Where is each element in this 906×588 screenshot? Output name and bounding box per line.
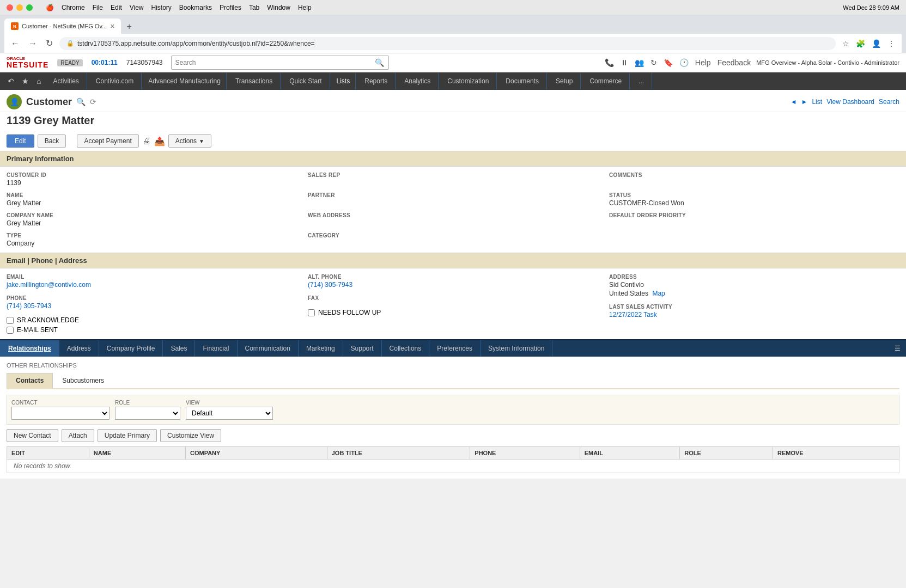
clock-icon-btn[interactable]: 🕐 <box>678 57 690 68</box>
global-search-input[interactable] <box>175 59 374 66</box>
minimize-dot[interactable] <box>16 4 23 11</box>
nav-lists[interactable]: Lists <box>331 73 356 89</box>
sub-tab-contacts[interactable]: Contacts <box>7 373 53 388</box>
entity-refresh-icon[interactable]: ⟳ <box>90 97 96 106</box>
next-record-btn[interactable]: ► <box>801 98 808 106</box>
nav-quick-start[interactable]: Quick Start <box>282 73 330 89</box>
refresh-icon-btn[interactable]: ↻ <box>649 57 658 68</box>
phone-value[interactable]: (714) 305-7943 <box>7 302 297 310</box>
print-icon[interactable]: 🖨 <box>142 136 151 146</box>
bookmark-btn[interactable]: ☆ <box>840 37 852 50</box>
entity-search-icon[interactable]: 🔍 <box>76 97 86 106</box>
new-tab-button[interactable]: + <box>122 20 136 34</box>
forward-button[interactable]: → <box>26 36 39 51</box>
nav-activities[interactable]: Activities <box>45 73 87 89</box>
nav-documents[interactable]: Documents <box>498 73 547 89</box>
tab-bar-menu-icon[interactable]: ☰ <box>889 341 906 356</box>
nav-analytics[interactable]: Analytics <box>397 73 439 89</box>
sub-tab-subcustomers[interactable]: Subcustomers <box>53 373 113 388</box>
mac-menu-view[interactable]: View <box>130 4 144 11</box>
tab-address[interactable]: Address <box>59 340 99 357</box>
nav-setup[interactable]: Setup <box>548 73 581 89</box>
profile-btn[interactable]: 👤 <box>869 37 883 50</box>
chrome-tab-active[interactable]: N Customer - NetSuite (MFG Ov... × <box>4 19 121 34</box>
pause-icon-btn[interactable]: ⏸ <box>619 57 629 68</box>
maximize-dot[interactable] <box>26 4 33 11</box>
customer-id-value: 1139 <box>7 179 297 187</box>
nav-customization[interactable]: Customization <box>440 73 497 89</box>
contacts-icon-btn[interactable]: 👥 <box>634 57 645 68</box>
mac-menu-apple[interactable]: 🍎 <box>46 4 54 11</box>
map-link[interactable]: Map <box>652 290 665 297</box>
back-button[interactable]: ← <box>9 36 22 51</box>
tab-sales[interactable]: Sales <box>163 340 195 357</box>
tab-support[interactable]: Support <box>343 340 382 357</box>
mac-menu-edit[interactable]: Edit <box>111 4 122 11</box>
global-search-bar[interactable]: 🔍 <box>171 56 389 70</box>
tab-company-profile[interactable]: Company Profile <box>99 340 163 357</box>
back-nav-icon[interactable]: ↶ <box>4 72 17 90</box>
mac-menu-window[interactable]: Window <box>267 4 290 11</box>
mac-menu-history[interactable]: History <box>151 4 172 11</box>
tab-close-btn[interactable]: × <box>110 22 114 30</box>
email-sent-checkbox[interactable] <box>7 327 14 334</box>
nav-commerce[interactable]: Commerce <box>582 73 630 89</box>
feedback-btn[interactable]: Feedback <box>716 57 752 68</box>
tab-system-information[interactable]: System Information <box>481 340 552 357</box>
tab-relationships[interactable]: Relationships <box>0 340 59 357</box>
role-select[interactable] <box>115 407 180 420</box>
global-search-btn[interactable]: 🔍 <box>374 57 385 68</box>
help-btn[interactable]: Help <box>694 57 712 68</box>
more-btn[interactable]: ⋮ <box>885 37 897 50</box>
accept-payment-button[interactable]: Accept Payment <box>77 134 138 148</box>
edit-button[interactable]: Edit <box>7 134 34 148</box>
phone-icon-btn[interactable]: 📞 <box>604 57 615 68</box>
needs-follow-up-checkbox[interactable] <box>308 309 315 316</box>
contact-select[interactable] <box>11 407 110 420</box>
mac-menu-bookmarks[interactable]: Bookmarks <box>179 4 212 11</box>
mac-menu-tab[interactable]: Tab <box>249 4 259 11</box>
role-field-label: ROLE <box>115 400 180 406</box>
nav-contivio[interactable]: Contivio.com <box>88 73 142 89</box>
close-dot[interactable] <box>7 4 13 11</box>
back-button[interactable]: Back <box>38 134 66 148</box>
relationships-content: OTHER RELATIONSHIPS Contacts Subcustomer… <box>0 357 906 479</box>
send-icon[interactable]: 📤 <box>154 136 165 146</box>
address-bar[interactable]: 🔒 tstdrv1705375.app.netsuite.com/app/com… <box>59 37 836 50</box>
tab-marketing[interactable]: Marketing <box>299 340 343 357</box>
last-sales-activity-value[interactable]: 12/27/2022 Task <box>609 311 899 318</box>
extensions-btn[interactable]: 🧩 <box>854 37 867 50</box>
view-dashboard-link[interactable]: View Dashboard <box>826 98 874 106</box>
attach-button[interactable]: Attach <box>62 429 94 442</box>
mac-menu-help[interactable]: Help <box>298 4 312 11</box>
needs-follow-up-row: NEEDS FOLLOW UP <box>308 309 598 316</box>
star-nav-icon[interactable]: ★ <box>19 72 32 90</box>
nav-advanced-manufacturing[interactable]: Advanced Manufacturing <box>143 73 227 89</box>
alt-phone-value[interactable]: (714) 305-7943 <box>308 281 598 289</box>
sr-acknowledge-checkbox[interactable] <box>7 317 14 324</box>
actions-dropdown-button[interactable]: Actions ▼ <box>168 134 211 148</box>
prev-record-btn[interactable]: ◄ <box>791 98 797 106</box>
nav-more[interactable]: ... <box>631 73 652 89</box>
customize-view-button[interactable]: Customize View <box>160 429 221 442</box>
reload-button[interactable]: ↻ <box>44 36 55 51</box>
tab-financial[interactable]: Financial <box>195 340 237 357</box>
mac-menu-chrome[interactable]: Chrome <box>62 4 85 11</box>
new-contact-button[interactable]: New Contact <box>7 429 58 442</box>
tab-collections[interactable]: Collections <box>382 340 430 357</box>
nav-transactions[interactable]: Transactions <box>228 73 281 89</box>
tab-communication[interactable]: Communication <box>238 340 299 357</box>
phone-field: PHONE (714) 305-7943 <box>7 295 297 310</box>
primary-info-section-header: Primary Information <box>0 151 906 167</box>
home-nav-icon[interactable]: ⌂ <box>33 72 44 90</box>
bookmark-icon-btn[interactable]: 🔖 <box>662 57 674 68</box>
search-link[interactable]: Search <box>879 98 899 106</box>
view-select[interactable]: Default <box>186 407 273 420</box>
update-primary-button[interactable]: Update Primary <box>98 429 157 442</box>
email-value[interactable]: jake.millington@contivio.com <box>7 281 297 289</box>
mac-menu-profiles[interactable]: Profiles <box>220 4 241 11</box>
tab-preferences[interactable]: Preferences <box>429 340 481 357</box>
mac-menu-file[interactable]: File <box>93 4 103 11</box>
nav-reports[interactable]: Reports <box>357 73 396 89</box>
list-link[interactable]: List <box>812 98 822 106</box>
